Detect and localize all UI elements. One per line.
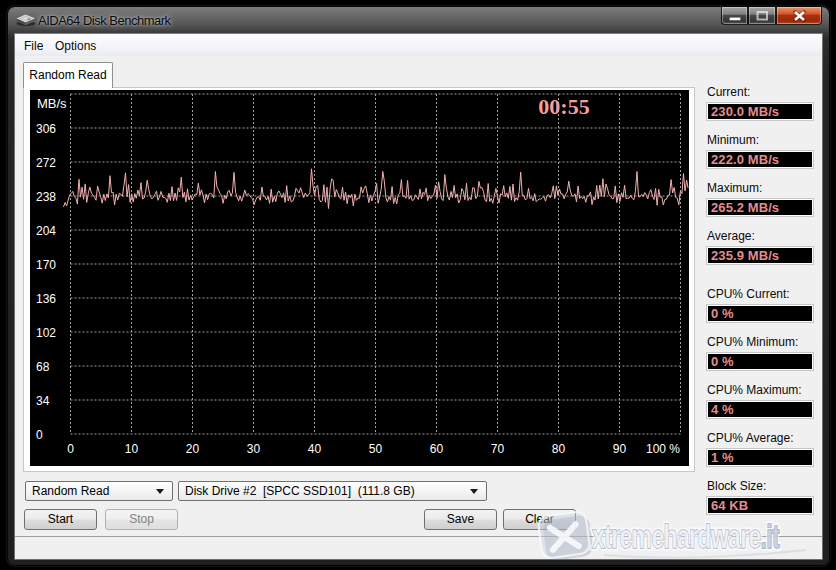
svg-text:34: 34 (36, 394, 50, 408)
svg-text:68: 68 (36, 360, 50, 374)
svg-text:272: 272 (36, 156, 56, 170)
svg-text:80: 80 (551, 442, 565, 456)
svg-text:100 %: 100 % (645, 442, 679, 456)
svg-text:40: 40 (307, 442, 321, 456)
svg-text:70: 70 (490, 442, 504, 456)
svg-text:50: 50 (368, 442, 382, 456)
svg-text:306: 306 (36, 122, 56, 136)
svg-text:10: 10 (124, 442, 138, 456)
svg-text:90: 90 (612, 442, 626, 456)
svg-text:136: 136 (36, 292, 56, 306)
svg-text:xtremehardware.it: xtremehardware.it (592, 518, 780, 555)
svg-text:102: 102 (36, 326, 56, 340)
svg-text:238: 238 (36, 190, 56, 204)
svg-text:0: 0 (67, 442, 74, 456)
svg-text:170: 170 (36, 258, 56, 272)
svg-text:60: 60 (429, 442, 443, 456)
svg-text:MB/s: MB/s (37, 96, 67, 111)
svg-text:204: 204 (36, 224, 56, 238)
svg-text:00:55: 00:55 (538, 94, 589, 119)
svg-text:30: 30 (246, 442, 260, 456)
svg-text:0: 0 (36, 428, 43, 442)
svg-text:20: 20 (185, 442, 199, 456)
